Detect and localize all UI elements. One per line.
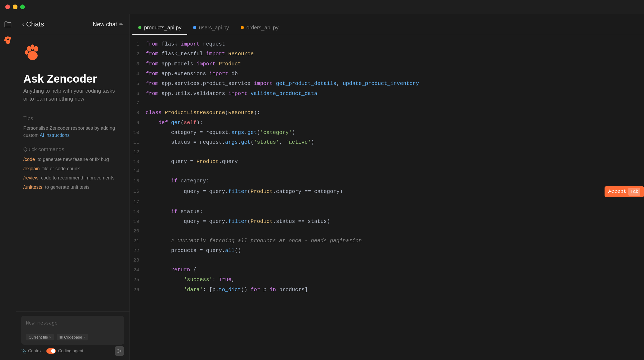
codebase-close[interactable]: ×	[83, 335, 86, 339]
code-line: 10 category = request.args.get('category…	[130, 128, 644, 137]
codebase-icon	[59, 335, 63, 339]
command-code-keyword[interactable]: /code	[23, 157, 35, 162]
message-footer: 📎 Context Coding agent	[21, 346, 124, 356]
context-button[interactable]: 📎 Context	[21, 349, 43, 354]
code-line: 26 'data': [p.to_dict() for p in product…	[130, 285, 644, 295]
current-file-chip[interactable]: Current file ×	[26, 334, 54, 340]
send-button[interactable]	[115, 346, 124, 356]
close-button[interactable]	[5, 4, 10, 9]
svg-point-4	[6, 40, 10, 44]
new-chat-label: New chat	[93, 21, 117, 28]
accept-label: Accept	[608, 187, 626, 196]
code-line: 8 class ProductListResource(Resource):	[130, 108, 644, 118]
tab-dot-products	[138, 26, 141, 29]
minimize-button[interactable]	[13, 4, 17, 9]
message-footer-left: 📎 Context Coding agent	[21, 348, 83, 354]
tab-orders-label: orders_api.py	[247, 25, 279, 31]
message-input-area: Current file × Codebase ×	[16, 311, 129, 360]
command-explain-desc: file or code chunk	[42, 166, 80, 172]
accept-tab-label: Tab	[628, 188, 640, 196]
code-line: 6 from app.utils.validators import valid…	[130, 89, 644, 98]
code-line: 21 # Currently fetching all products at …	[130, 236, 644, 246]
svg-point-9	[28, 51, 38, 60]
tab-users-label: users_api.py	[199, 25, 229, 31]
tips-title: Tips	[23, 115, 122, 122]
quick-commands-section: Quick commands /code to generate new fea…	[23, 146, 122, 194]
message-input[interactable]	[26, 320, 119, 331]
command-explain-keyword[interactable]: /explain	[23, 166, 40, 172]
chat-content: Ask Zencoder Anything to help with your …	[16, 35, 129, 311]
tab-users-api[interactable]: users_api.py	[187, 21, 235, 35]
code-line: 11 status = request.args.get('status', '…	[130, 137, 644, 147]
tab-products-label: products_api.py	[144, 25, 181, 31]
code-line: 24 return {	[130, 265, 644, 275]
command-review: /review code to recommend improvements	[23, 175, 122, 181]
code-line: 14	[130, 166, 644, 176]
brand-subtitle: Anything to help with your coding taskso…	[23, 87, 122, 103]
tab-orders-api[interactable]: orders_api.py	[235, 21, 284, 35]
code-line: 13 query = Product.query	[130, 157, 644, 166]
svg-point-2	[9, 37, 11, 40]
code-line-16: 16 query = query.filter(Product.category…	[130, 186, 644, 197]
ai-instructions-link[interactable]: AI instructions	[40, 133, 70, 138]
command-unittests-desc: to generate unit tests	[45, 184, 90, 190]
command-review-desc: code to recommend improvements	[41, 175, 114, 181]
code-line: 23	[130, 256, 644, 265]
command-explain: /explain file or code chunk	[23, 166, 122, 172]
svg-rect-10	[60, 336, 61, 337]
svg-point-3	[4, 39, 6, 41]
code-content: 1 from flask import request 2 from flask…	[130, 35, 644, 360]
svg-point-6	[31, 44, 34, 50]
command-unittests-keyword[interactable]: /unittests	[23, 184, 42, 190]
tab-dot-orders	[241, 26, 244, 29]
file-tabs: products_api.py users_api.py orders_api.…	[130, 14, 644, 35]
main-layout: ‹ Chats New chat ✏ Ask Zencoder	[0, 14, 644, 360]
code-line: 12	[130, 147, 644, 157]
chat-header: ‹ Chats New chat ✏	[16, 14, 129, 35]
code-line: 25 'success': True,	[130, 275, 644, 285]
svg-rect-11	[61, 336, 62, 337]
message-input-box: Current file × Codebase ×	[21, 316, 124, 345]
code-line: 7	[130, 98, 644, 108]
code-line: 17	[130, 197, 644, 207]
icon-sidebar	[0, 14, 16, 360]
brand-logo-container	[23, 43, 122, 63]
tips-text: Personalise Zencoder responses by adding…	[23, 125, 122, 139]
chevron-left-icon: ‹	[22, 21, 24, 27]
coding-agent-label: Coding agent	[58, 349, 83, 353]
new-chat-button[interactable]: New chat ✏	[93, 21, 123, 28]
brand-info: Ask Zencoder Anything to help with your …	[23, 70, 122, 103]
sidebar-paw-icon[interactable]	[3, 35, 13, 46]
svg-rect-12	[60, 337, 61, 339]
tab-products-api[interactable]: products_api.py	[132, 21, 187, 35]
sidebar-folder-icon[interactable]	[3, 19, 13, 30]
brand-title: Ask Zencoder	[23, 73, 122, 85]
current-file-close[interactable]: ×	[49, 335, 51, 339]
tab-dot-users	[193, 26, 196, 29]
code-line: 1 from flask import request	[130, 39, 644, 49]
codebase-chip[interactable]: Codebase ×	[57, 334, 88, 340]
code-line: 22 products = query.all()	[130, 246, 644, 255]
code-line: 9 def get(self):	[130, 118, 644, 128]
edit-icon: ✏	[119, 21, 123, 27]
titlebar	[0, 0, 644, 14]
chats-label: Chats	[26, 20, 44, 28]
coding-agent-toggle[interactable]	[46, 348, 56, 354]
code-line: 3 from app.models import Product	[130, 59, 644, 69]
maximize-button[interactable]	[20, 4, 25, 9]
command-review-keyword[interactable]: /review	[23, 175, 38, 181]
svg-point-8	[25, 50, 28, 55]
code-line: 15 if category:	[130, 176, 644, 186]
accept-button[interactable]: Accept Tab	[605, 186, 644, 197]
chats-back-button[interactable]: ‹ Chats	[22, 20, 44, 28]
send-icon	[117, 349, 122, 353]
command-code: /code to generate new feature or fix bug	[23, 157, 122, 162]
code-editor: products_api.py users_api.py orders_api.…	[130, 14, 644, 360]
svg-point-1	[7, 36, 9, 39]
context-label: Context	[28, 349, 43, 353]
code-line: 18 if status:	[130, 207, 644, 217]
code-line: 20	[130, 227, 644, 236]
code-line: 5 from app.services.product_service impo…	[130, 79, 644, 88]
code-line: 19 query = query.filter(Product.status =…	[130, 217, 644, 226]
paperclip-icon: 📎	[21, 349, 26, 354]
